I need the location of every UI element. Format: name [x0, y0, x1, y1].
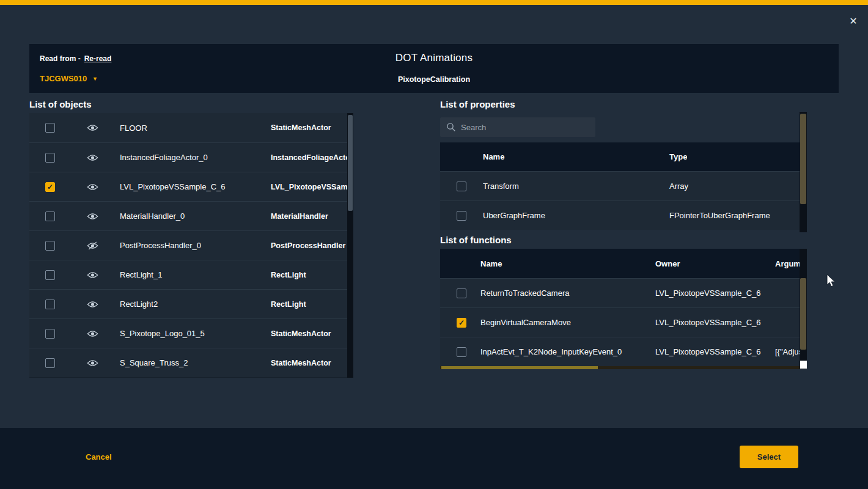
- functions-heading: List of functions: [440, 235, 512, 245]
- row-checkbox[interactable]: [45, 241, 55, 251]
- column-header-name: Name: [480, 259, 655, 268]
- functions-table-header: Name Owner Arguments: [440, 249, 800, 278]
- scrollbar-corner: [800, 361, 807, 369]
- mouse-cursor: [826, 274, 836, 288]
- row-checkbox[interactable]: [45, 211, 55, 221]
- row-checkbox[interactable]: [45, 270, 55, 280]
- row-checkbox[interactable]: [45, 358, 55, 368]
- object-type: StaticMeshActor: [271, 359, 347, 367]
- object-row: FLOOR StaticMeshActor: [29, 113, 347, 142]
- row-checkbox[interactable]: [457, 182, 466, 191]
- object-row: LVL_PixotopeVSSample_C_6 LVL_PixotopeVSS…: [29, 172, 347, 201]
- row-checkbox[interactable]: [457, 347, 466, 357]
- object-name: S_Pixotope_Logo_01_5: [120, 329, 271, 338]
- properties-scrollbar-thumb[interactable]: [800, 114, 806, 204]
- object-name: RectLight_1: [120, 270, 271, 279]
- object-name: PostProcessHandler_0: [120, 241, 271, 250]
- dialog-footer: [0, 428, 868, 489]
- properties-search: [440, 117, 595, 137]
- object-type: StaticMeshActor: [271, 123, 347, 132]
- cancel-button[interactable]: Cancel: [86, 452, 112, 461]
- function-name: ReturnToTrackedCamera: [480, 289, 655, 298]
- select-button[interactable]: Select: [740, 446, 798, 468]
- object-name: InstancedFoliageActor_0: [120, 153, 271, 162]
- function-owner: LVL_PixotopeVSSample_C_6: [655, 289, 775, 298]
- row-checkbox[interactable]: [45, 329, 55, 339]
- object-type: RectLight: [271, 271, 347, 279]
- function-row: BeginVirtualCameraMove LVL_PixotopeVSSam…: [440, 307, 800, 337]
- property-type: FPointerToUberGraphFrame: [669, 211, 800, 220]
- function-name: BeginVirtualCameraMove: [480, 318, 655, 327]
- column-header-type: Type: [669, 152, 687, 161]
- object-row: S_Square_Truss_2 StaticMeshActor: [29, 348, 347, 377]
- object-name: RectLight2: [120, 300, 271, 309]
- close-button[interactable]: ✕: [846, 13, 861, 28]
- object-type: LVL_PixotopeVSSample_C: [271, 183, 347, 191]
- object-row: MaterialHandler_0 MaterialHandler: [29, 201, 347, 230]
- property-name: UberGraphFrame: [483, 211, 669, 220]
- object-type: InstancedFoliageActor: [271, 153, 347, 162]
- row-checkbox[interactable]: [45, 123, 55, 133]
- visibility-eye-icon[interactable]: [87, 271, 98, 279]
- object-type: PostProcessHandler: [271, 241, 347, 250]
- functions-table: Name Owner Arguments ReturnToTrackedCame…: [440, 249, 800, 366]
- object-name: LVL_PixotopeVSSample_C_6: [120, 182, 271, 191]
- object-row: InstancedFoliageActor_0 InstancedFoliage…: [29, 142, 347, 172]
- object-row: RectLight_1 RectLight: [29, 260, 347, 289]
- property-row: UberGraphFrame FPointerToUberGraphFrame: [440, 200, 800, 230]
- visibility-eye-icon[interactable]: [87, 123, 98, 132]
- function-name: InpActEvt_T_K2Node_InputKeyEvent_0: [480, 347, 655, 356]
- visibility-eye-icon[interactable]: [87, 329, 98, 338]
- row-checkbox[interactable]: [45, 182, 55, 192]
- objects-heading: List of objects: [29, 99, 92, 109]
- object-row: PostProcessHandler_0 PostProcessHandler: [29, 230, 347, 260]
- accent-topbar: [0, 0, 868, 5]
- visibility-eye-off-icon[interactable]: [87, 241, 98, 250]
- object-type: RectLight: [271, 300, 347, 309]
- object-name: S_Square_Truss_2: [120, 358, 271, 367]
- property-name: Transform: [483, 182, 669, 191]
- visibility-eye-icon[interactable]: [87, 359, 98, 367]
- object-type: MaterialHandler: [271, 212, 347, 221]
- object-name: FLOOR: [120, 123, 271, 133]
- visibility-eye-icon[interactable]: [87, 300, 98, 309]
- column-header-arguments: Arguments: [775, 259, 800, 268]
- properties-table-header: Name Type: [440, 142, 800, 171]
- objects-list: FLOOR StaticMeshActor InstancedFoliageAc…: [29, 113, 353, 378]
- objects-scrollbar-thumb[interactable]: [348, 115, 353, 211]
- functions-scrollbar-thumb[interactable]: [800, 278, 806, 350]
- function-owner: LVL_PixotopeVSSample_C_6: [655, 318, 775, 327]
- column-header-name: Name: [483, 152, 669, 161]
- row-checkbox[interactable]: [45, 153, 55, 163]
- dialog-header: Read from -Re-read TJCGWS010 ▼ DOT Anima…: [29, 44, 839, 93]
- dialog-title: DOT Animations: [29, 52, 839, 64]
- functions-hscrollbar-thumb[interactable]: [441, 366, 598, 369]
- visibility-eye-icon[interactable]: [87, 183, 98, 191]
- object-row: RectLight2 RectLight: [29, 289, 347, 318]
- function-arguments: [{"Adjus: [775, 347, 800, 356]
- dialog-subtitle: PixotopeCalibration: [29, 75, 839, 84]
- properties-heading: List of properties: [440, 99, 515, 109]
- row-checkbox[interactable]: [457, 318, 466, 328]
- search-icon: [446, 122, 456, 132]
- object-row: S_Pixotope_Logo_01_5 StaticMeshActor: [29, 318, 347, 348]
- function-row: ReturnToTrackedCamera LVL_PixotopeVSSamp…: [440, 278, 800, 307]
- column-header-owner: Owner: [655, 259, 775, 268]
- visibility-eye-icon[interactable]: [87, 153, 98, 162]
- property-row: Transform Array: [440, 171, 800, 200]
- object-name: MaterialHandler_0: [120, 211, 271, 221]
- row-checkbox[interactable]: [45, 300, 55, 309]
- function-row: InpActEvt_T_K2Node_InputKeyEvent_0 LVL_P…: [440, 337, 800, 366]
- row-checkbox[interactable]: [457, 211, 466, 221]
- row-checkbox[interactable]: [457, 289, 466, 298]
- function-owner: LVL_PixotopeVSSample_C_6: [655, 347, 775, 356]
- object-type: StaticMeshActor: [271, 329, 347, 338]
- search-input[interactable]: [461, 123, 583, 132]
- properties-table: Name Type Transform Array UberGraphFrame…: [440, 142, 800, 230]
- visibility-eye-icon[interactable]: [87, 212, 98, 221]
- property-type: Array: [669, 182, 800, 191]
